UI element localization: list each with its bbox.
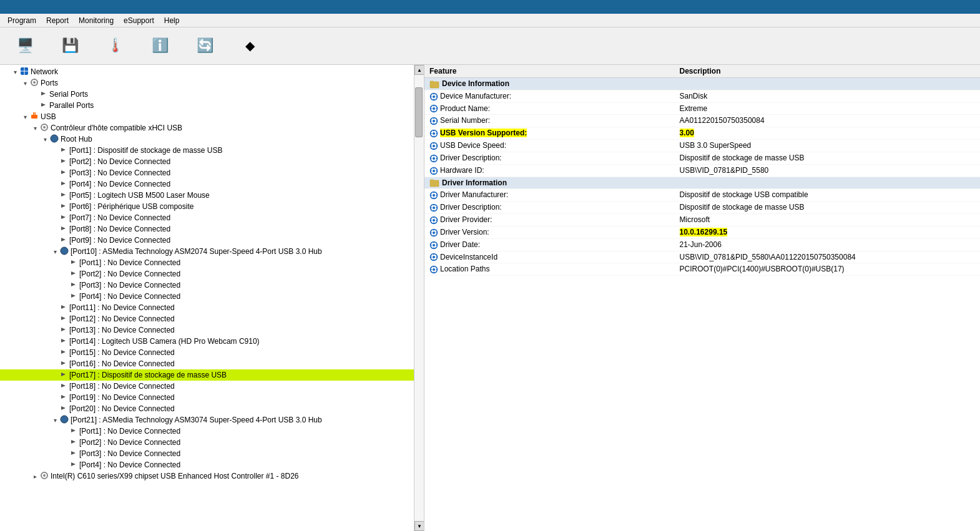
tree-item-port21[interactable]: ▾[Port21] : ASMedia Technology ASM3074 S…: [0, 414, 414, 426]
section-header-0: Device Information: [424, 78, 980, 90]
scroll-thumb[interactable]: [415, 87, 423, 137]
node-label-port10-p2: [Port2] : No Device Connected: [79, 270, 180, 278]
node-icon-port4: [60, 180, 67, 189]
tree-item-port16[interactable]: [Port16] : No Device Connected: [0, 358, 414, 369]
tree-item-port9[interactable]: [Port9] : No Device Connected: [0, 235, 414, 246]
tree-item-port15[interactable]: [Port15] : No Device Connected: [0, 347, 414, 358]
node-label-serial-ports: Serial Ports: [49, 90, 88, 99]
menu-esupport[interactable]: eSupport: [119, 15, 159, 26]
save-report-button[interactable]: 💾: [49, 30, 91, 62]
scroll-down-button[interactable]: ▼: [414, 521, 424, 531]
summary-button[interactable]: 🖥️: [4, 30, 46, 62]
tree-item-port21-p1[interactable]: [Port1] : No Device Connected: [0, 426, 414, 437]
node-label-port6: [Port6] : Périphérique USB composite: [69, 202, 194, 211]
tree-item-port3[interactable]: [Port3] : No Device Connected: [0, 167, 414, 178]
svg-marker-6: [41, 103, 46, 107]
node-icon-network: [20, 67, 29, 77]
expand-icon-ports: ▾: [20, 80, 30, 87]
tree-item-port6[interactable]: [Port6] : Périphérique USB composite: [0, 201, 414, 212]
feature-cell-11: Driver Provider:: [424, 214, 675, 227]
svg-marker-36: [61, 406, 66, 410]
scroll-up-button[interactable]: ▲: [414, 65, 424, 75]
node-label-network: Network: [31, 67, 58, 76]
tree-item-ports[interactable]: ▾Ports: [0, 77, 414, 89]
tree-item-port21-p2[interactable]: [Port2] : No Device Connected: [0, 437, 414, 448]
tree-item-xhci-ctrl[interactable]: ▾Contrôleur d'hôte compatible xHCI USB: [0, 122, 414, 134]
description-cell-4: 3.00: [675, 127, 981, 140]
tree-item-parallel-ports[interactable]: Parallel Ports: [0, 100, 414, 111]
menu-help[interactable]: Help: [159, 15, 185, 26]
menu-report[interactable]: Report: [41, 15, 74, 26]
detail-row-12: Driver Version:10.0.16299.15: [424, 226, 980, 238]
tree-item-port1[interactable]: [Port1] : Dispositif de stockage de mass…: [0, 145, 414, 156]
about-icon: ℹ️: [152, 39, 169, 52]
node-icon-port13: [60, 326, 67, 335]
feature-cell-3: Serial Number:: [424, 115, 675, 127]
tree-item-intel-ctrl[interactable]: ▸Intel(R) C610 series/X99 chipset USB En…: [0, 470, 414, 482]
feature-cell-7: Hardware ID:: [424, 164, 675, 177]
tree-item-port17[interactable]: [Port17] : Dispositif de stockage de mas…: [0, 369, 414, 381]
node-icon-port10: [60, 246, 69, 257]
menu-program[interactable]: Program: [2, 15, 41, 26]
svg-marker-17: [61, 193, 66, 197]
about-button[interactable]: ℹ️: [139, 30, 181, 62]
tree-item-port13[interactable]: [Port13] : No Device Connected: [0, 324, 414, 336]
tree-item-port10-p2[interactable]: [Port2] : No Device Connected: [0, 268, 414, 280]
sensors-button[interactable]: 🌡️: [94, 30, 136, 62]
driver-update-icon: 🔄: [197, 39, 213, 52]
description-cell-12: 10.0.16299.15: [675, 226, 981, 238]
feature-cell-10: Driver Description:: [424, 202, 675, 214]
node-label-root-hub: Root Hub: [61, 135, 92, 144]
tree-item-usb[interactable]: ▾USB: [0, 111, 414, 122]
driver-update-button[interactable]: 🔄: [184, 30, 226, 62]
svg-marker-24: [71, 271, 76, 275]
node-label-port12: [Port12] : No Device Connected: [69, 314, 175, 323]
node-icon-port3: [60, 168, 67, 178]
tree-item-port12[interactable]: [Port12] : No Device Connected: [0, 313, 414, 324]
detail-row-5: USB Device Speed:USB 3.0 SuperSpeed: [424, 140, 980, 152]
svg-marker-14: [61, 159, 66, 163]
svg-point-93: [433, 207, 435, 209]
bios-update-button[interactable]: ◆: [228, 30, 271, 62]
tree-item-network[interactable]: ▾Network: [0, 66, 414, 77]
node-label-port13: [Port13] : No Device Connected: [69, 326, 175, 334]
tree-scrollbar[interactable]: ▲ ▼: [414, 65, 424, 531]
node-label-port18: [Port18] : No Device Connected: [69, 382, 175, 391]
summary-icon: 🖥️: [17, 39, 34, 52]
svg-marker-30: [61, 339, 66, 343]
expand-icon-usb: ▾: [20, 114, 30, 120]
tree-item-port10-p3[interactable]: [Port3] : No Device Connected: [0, 280, 414, 291]
tree-item-port20[interactable]: [Port20] : No Device Connected: [0, 403, 414, 414]
node-label-port21: [Port21] : ASMedia Technology ASM3074 Su…: [71, 416, 322, 424]
toolbar: 🖥️ 💾 🌡️ ℹ️ 🔄 ◆: [0, 27, 980, 65]
tree-item-root-hub[interactable]: ▾Root Hub: [0, 134, 414, 145]
tree-item-port10[interactable]: ▾[Port10] : ASMedia Technology ASM2074 S…: [0, 246, 414, 257]
svg-marker-27: [61, 305, 66, 309]
tree-item-port11[interactable]: [Port11] : No Device Connected: [0, 302, 414, 313]
node-icon-port17: [60, 371, 67, 380]
tree-item-port8[interactable]: [Port8] : No Device Connected: [0, 223, 414, 235]
main-layout: ▾Network▾PortsSerial PortsParallel Ports…: [0, 65, 980, 531]
expand-icon-network: ▾: [10, 69, 20, 76]
svg-marker-23: [71, 260, 76, 264]
node-icon-port10-p3: [70, 281, 77, 290]
tree-item-port18[interactable]: [Port18] : No Device Connected: [0, 381, 414, 392]
node-label-usb: USB: [41, 112, 56, 121]
tree-item-port10-p4[interactable]: [Port4] : No Device Connected: [0, 291, 414, 302]
tree-item-serial-ports[interactable]: Serial Ports: [0, 89, 414, 100]
detail-row-1: Device Manufacturer:SanDisk: [424, 90, 980, 102]
svg-point-11: [43, 126, 46, 129]
tree-item-port19[interactable]: [Port19] : No Device Connected: [0, 392, 414, 403]
tree-item-port4[interactable]: [Port4] : No Device Connected: [0, 178, 414, 190]
tree-item-port14[interactable]: [Port14] : Logitech USB Camera (HD Pro W…: [0, 336, 414, 347]
menu-monitoring[interactable]: Monitoring: [74, 15, 119, 26]
tree-item-port2[interactable]: [Port2] : No Device Connected: [0, 156, 414, 167]
tree-item-port7[interactable]: [Port7] : No Device Connected: [0, 212, 414, 223]
tree-item-port10-p1[interactable]: [Port1] : No Device Connected: [0, 257, 414, 268]
tree-item-port21-p3[interactable]: [Port3] : No Device Connected: [0, 448, 414, 459]
tree-item-port5[interactable]: [Port5] : Logitech USB M500 Laser Mouse: [0, 190, 414, 201]
tree-item-port21-p4[interactable]: [Port4] : No Device Connected: [0, 459, 414, 470]
detail-row-2: Product Name:Extreme: [424, 102, 980, 115]
node-icon-xhci-ctrl: [40, 123, 49, 134]
svg-marker-38: [71, 429, 76, 432]
